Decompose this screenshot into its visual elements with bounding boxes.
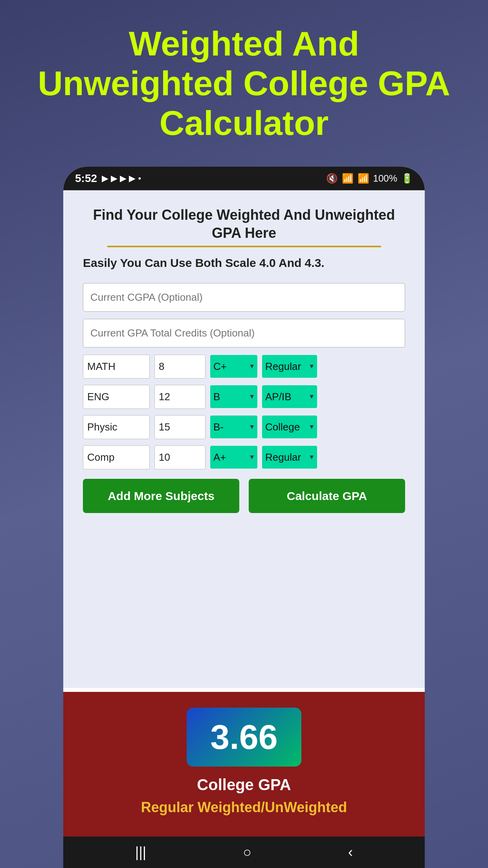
subject-name-4[interactable]	[83, 445, 150, 469]
grade-select-3[interactable]: B-A+AA- B+BC+C C-D+DD-F	[210, 416, 257, 438]
mute-icon: 🔇	[326, 173, 338, 184]
status-bar: 5:52 ▶ ▶ ▶ ▶ • 🔇 📶 📶 100% 🔋	[63, 167, 425, 190]
type-wrapper-1: RegularAP/IBCollege	[262, 355, 317, 378]
media-icons: ▶ ▶ ▶ ▶ •	[102, 173, 141, 184]
subject-credits-3[interactable]	[154, 415, 205, 439]
type-select-1[interactable]: RegularAP/IBCollege	[262, 355, 317, 378]
type-wrapper-2: AP/IBRegularCollege	[262, 385, 317, 408]
grade-wrapper-3: B-A+AA- B+BC+C C-D+DD-F	[210, 416, 257, 438]
status-icons: 🔇 📶 📶 100% 🔋	[326, 173, 413, 184]
type-wrapper-3: CollegeRegularAP/IB	[262, 416, 317, 438]
subject-credits-1[interactable]	[154, 355, 205, 379]
add-subjects-button[interactable]: Add More Subjects	[83, 479, 239, 513]
subject-row-1: C+A+AA- B+BB-C C-D+DD-F RegularAP/IBColl…	[83, 355, 405, 379]
battery-text: 100%	[373, 173, 397, 184]
cgpa-input[interactable]	[83, 283, 405, 312]
type-select-2[interactable]: AP/IBRegularCollege	[262, 385, 317, 408]
wifi-icon: 📶	[342, 173, 354, 184]
battery-icon: 🔋	[401, 173, 413, 184]
grade-select-1[interactable]: C+A+AA- B+BB-C C-D+DD-F	[210, 355, 257, 378]
gpa-value: 3.66	[210, 717, 277, 757]
grade-wrapper-1: C+A+AA- B+BB-C C-D+DD-F	[210, 355, 257, 378]
nav-back-icon[interactable]: ‹	[348, 844, 353, 861]
action-buttons: Add More Subjects Calculate GPA	[83, 479, 405, 513]
calculator-heading: Find Your College Weighted And Unweighte…	[83, 206, 405, 243]
calculator-content: Find Your College Weighted And Unweighte…	[63, 190, 425, 688]
subject-credits-4[interactable]	[154, 445, 205, 469]
gpa-value-box: 3.66	[187, 708, 301, 767]
gpa-type: Regular Weighted/UnWeighted	[141, 798, 347, 817]
subject-row-4: A+AA-B+ BB-C+C C-D+DD-F RegularAP/IBColl…	[83, 445, 405, 469]
subject-name-2[interactable]	[83, 385, 150, 409]
calculator-subtitle: Easily You Can Use Both Scale 4.0 And 4.…	[83, 255, 405, 271]
status-time: 5:52	[75, 172, 97, 185]
nav-home-icon[interactable]: ○	[243, 844, 251, 861]
credits-input[interactable]	[83, 319, 405, 348]
grade-select-2[interactable]: BA+AA- B+B-C+C C-D+DD-F	[210, 385, 257, 408]
nav-menu-icon[interactable]: |||	[135, 844, 146, 861]
title-underline	[107, 246, 381, 247]
type-wrapper-4: RegularAP/IBCollege	[262, 446, 317, 469]
subject-name-3[interactable]	[83, 415, 150, 439]
calculate-gpa-button[interactable]: Calculate GPA	[249, 479, 405, 513]
grade-wrapper-4: A+AA-B+ BB-C+C C-D+DD-F	[210, 446, 257, 469]
type-select-3[interactable]: CollegeRegularAP/IB	[262, 416, 317, 438]
subject-row-2: BA+AA- B+B-C+C C-D+DD-F AP/IBRegularColl…	[83, 385, 405, 409]
result-section: 3.66 College GPA Regular Weighted/UnWeig…	[63, 692, 425, 837]
phone-frame: 5:52 ▶ ▶ ▶ ▶ • 🔇 📶 📶 100% 🔋 Find Your Co…	[63, 167, 425, 868]
subject-row-3: B-A+AA- B+BC+C C-D+DD-F CollegeRegularAP…	[83, 415, 405, 439]
gpa-label: College GPA	[197, 776, 291, 794]
subject-name-1[interactable]	[83, 355, 150, 379]
app-title: Weighted And Unweighted College GPA Calc…	[0, 0, 488, 159]
grade-select-4[interactable]: A+AA-B+ BB-C+C C-D+DD-F	[210, 446, 257, 469]
grade-wrapper-2: BA+AA- B+B-C+C C-D+DD-F	[210, 385, 257, 408]
type-select-4[interactable]: RegularAP/IBCollege	[262, 446, 317, 469]
signal-icon: 📶	[358, 173, 369, 184]
bottom-nav: ||| ○ ‹	[63, 837, 425, 868]
subject-credits-2[interactable]	[154, 385, 205, 409]
